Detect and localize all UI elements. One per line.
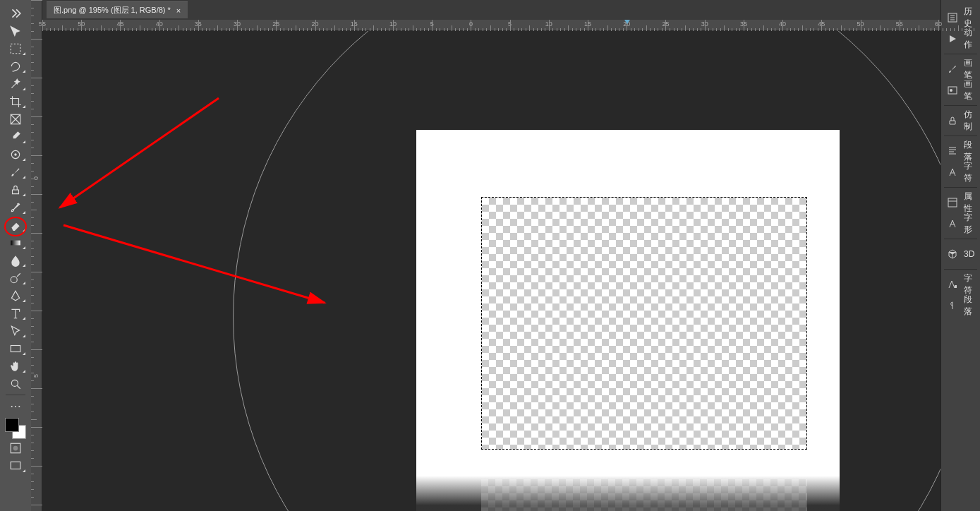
- canvas-viewport[interactable]: [42, 31, 940, 511]
- document-tab-title: 图.png @ 195% (图层 1, RGB/8) *: [54, 5, 171, 16]
- panel-label: 属性: [964, 191, 980, 215]
- path-selection-tool[interactable]: [4, 322, 28, 339]
- svg-line-11: [60, 98, 219, 208]
- move-tool[interactable]: [4, 22, 28, 40]
- eyedropper-tool[interactable]: [4, 128, 28, 145]
- svg-point-15: [950, 89, 952, 92]
- frame-tool[interactable]: [4, 110, 28, 128]
- separator: [944, 239, 977, 239]
- document-tab[interactable]: 图.png @ 195% (图层 1, RGB/8) * ×: [47, 1, 188, 18]
- panel-label: 3D: [964, 249, 974, 259]
- panel-label: 画笔: [964, 57, 980, 81]
- character-styles-panel[interactable]: 字符: [941, 274, 980, 295]
- collapse-toolbar[interactable]: [4, 4, 28, 22]
- brush-tool[interactable]: [4, 163, 28, 181]
- history-brush-tool[interactable]: [4, 198, 28, 216]
- svg-point-9: [13, 445, 18, 450]
- glyphs-panel[interactable]: 字形: [941, 213, 980, 234]
- panel-label: 仿制: [964, 109, 980, 133]
- panel-label: 段落: [964, 139, 980, 163]
- gradient-tool[interactable]: [4, 234, 28, 251]
- svg-rect-4: [11, 240, 20, 245]
- spot-healing-tool[interactable]: [4, 145, 28, 163]
- hand-tool[interactable]: [4, 357, 28, 375]
- close-tab-icon[interactable]: ×: [176, 6, 181, 15]
- svg-point-7: [11, 380, 18, 386]
- panel-label: 历史: [964, 6, 980, 30]
- separator: [944, 136, 977, 136]
- brushes-panel[interactable]: 画笔: [941, 80, 980, 101]
- blur-tool[interactable]: [4, 251, 28, 269]
- type-tool[interactable]: [4, 304, 28, 322]
- clone-source-panel[interactable]: 仿制: [941, 110, 980, 131]
- horizontal-ruler[interactable]: 5550454035302520151050510152025303540455…: [42, 20, 940, 31]
- svg-rect-10: [11, 462, 20, 469]
- separator: [6, 395, 25, 395]
- clone-stamp-tool[interactable]: [4, 181, 28, 198]
- lasso-tool[interactable]: [4, 57, 28, 75]
- brush-cursor-circle: [233, 31, 940, 511]
- zoom-tool[interactable]: [4, 375, 28, 392]
- vertical-ruler[interactable]: 05: [31, 0, 42, 511]
- right-panel-dock: 历史动作画笔画笔仿制段落字符属性字形3D字符段落: [940, 0, 980, 511]
- separator: [944, 54, 977, 54]
- separator: [944, 105, 977, 106]
- panel-label: 字形: [964, 212, 980, 236]
- quick-mask-toggle[interactable]: [4, 439, 28, 457]
- svg-point-5: [11, 276, 17, 282]
- separator: [944, 269, 977, 270]
- paragraph-styles-panel[interactable]: 段落: [941, 295, 980, 316]
- eraser-tool[interactable]: [4, 216, 28, 234]
- svg-rect-0: [11, 44, 20, 54]
- panel-label: 画笔: [964, 78, 980, 102]
- edit-toolbar[interactable]: ⋯: [4, 397, 28, 415]
- screen-mode[interactable]: [4, 457, 28, 474]
- separator: [944, 187, 977, 188]
- svg-point-3: [14, 153, 16, 155]
- paragraph-panel[interactable]: 段落: [941, 140, 980, 162]
- actions-panel[interactable]: 动作: [941, 28, 980, 49]
- crop-tool[interactable]: [4, 92, 28, 110]
- svg-rect-16: [948, 198, 957, 207]
- panel-label: 字符: [964, 160, 980, 184]
- color-swatches[interactable]: [5, 418, 26, 439]
- character-panel[interactable]: 字符: [941, 162, 980, 183]
- wand-tool[interactable]: [4, 75, 28, 92]
- panel-label: 字符: [964, 272, 980, 296]
- pen-tool[interactable]: [4, 287, 28, 304]
- document-tab-bar: 图.png @ 195% (图层 1, RGB/8) * ×: [42, 0, 940, 20]
- brush-settings-panel[interactable]: 画笔: [941, 59, 980, 80]
- 3d-panel[interactable]: 3D: [941, 244, 980, 265]
- rectangle-tool[interactable]: [4, 339, 28, 357]
- foreground-color-swatch[interactable]: [5, 418, 19, 432]
- panel-label: 段落: [964, 294, 980, 318]
- properties-panel[interactable]: 属性: [941, 192, 980, 213]
- svg-rect-17: [955, 285, 957, 288]
- svg-rect-6: [11, 345, 20, 351]
- marquee-tool[interactable]: [4, 40, 28, 57]
- tool-panel: ⋯: [0, 0, 31, 511]
- dodge-tool[interactable]: [4, 269, 28, 287]
- history-panel[interactable]: 历史: [941, 7, 980, 28]
